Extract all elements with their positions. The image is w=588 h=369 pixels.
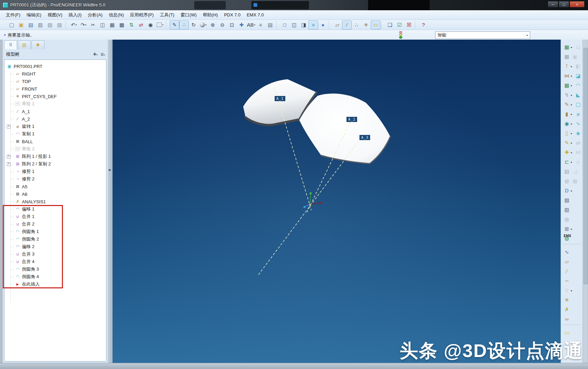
emx-database-doc-flyout[interactable]: D: [563, 188, 571, 194]
revolve-tool[interactable]: ⌀: [574, 111, 582, 117]
emx-bom-table-button[interactable]: ▤: [563, 168, 571, 175]
hidden-line-button[interactable]: ◫ ▾: [289, 20, 299, 29]
link-button[interactable]: ∞: [563, 316, 571, 322]
tree-item[interactable]: + ▱ RIGHT: [4, 70, 106, 78]
minimize-button[interactable]: ─: [548, 1, 558, 8]
sketch-display-toggle[interactable]: ✎ ▾: [170, 20, 179, 29]
tab-model-tree[interactable]: ⠿: [4, 40, 17, 49]
merge-tool[interactable]: ∪: [574, 159, 582, 165]
tree-item[interactable]: + ◔ 修剪 2: [4, 175, 106, 183]
emx-plate-tool-flyout[interactable]: ▦: [563, 82, 571, 88]
menu-window[interactable]: 窗口(W): [178, 11, 200, 19]
emx-probe-tool-button[interactable]: ◎: [563, 178, 571, 184]
flyout-arrow-icon[interactable]: ▸: [571, 132, 574, 135]
regenerate-button[interactable]: ⇅ ▾: [127, 20, 136, 29]
drawing-table-button[interactable]: ▨: [563, 197, 571, 203]
right-scrollbar[interactable]: [583, 40, 588, 363]
panel-splitter[interactable]: ◀: [108, 40, 113, 363]
flyout-arrow-icon[interactable]: ▸: [571, 289, 574, 292]
print-setup-button[interactable]: ▧ ▾: [45, 20, 55, 29]
tree-item[interactable]: + ◠ 倒圆角 4: [4, 273, 106, 281]
csys-display-toggle[interactable]: ✳ ▾: [361, 20, 371, 29]
collapse-arrow-icon[interactable]: ◀: [108, 168, 110, 172]
context-help-button[interactable]: ? ▾: [419, 20, 428, 29]
plane-display-toggle[interactable]: ▱ ▾: [332, 20, 342, 29]
curve-button[interactable]: ∼: [563, 278, 571, 284]
menu-emx[interactable]: EMX 7.0: [244, 11, 267, 19]
point-display-toggle[interactable]: ∴ ▾: [352, 20, 361, 29]
close-window-button[interactable]: ☒ ▾: [404, 20, 414, 29]
emx-pin-tool-flyout[interactable]: ⊺: [563, 63, 571, 69]
tree-item[interactable]: + ⊠ A6: [4, 190, 106, 198]
flyout-arrow-icon[interactable]: ▸: [571, 189, 574, 192]
tree-item[interactable]: + ◠ 倒圆角 2: [4, 235, 106, 243]
shell-tool[interactable]: ▣: [571, 54, 579, 60]
send-link-button[interactable]: ▨ ▾: [55, 20, 64, 29]
tree-item[interactable]: + ◠ 草绘 2: [4, 145, 106, 153]
new-window-button[interactable]: ❏ ▾: [385, 20, 395, 29]
chamfer-tool[interactable]: ◣: [574, 92, 582, 98]
tree-item[interactable]: + ∪ 合并 2: [4, 220, 106, 228]
tab-favorites[interactable]: ✱: [31, 40, 44, 49]
saved-views-button[interactable]: AB ▾: [246, 20, 256, 29]
tree-item[interactable]: + ◠ 复制 1: [4, 130, 106, 138]
flyout-arrow-icon[interactable]: ▸: [571, 84, 574, 87]
surface-trim-tool[interactable]: ◪: [574, 73, 582, 79]
corner-tool[interactable]: ◿: [571, 168, 579, 175]
tree-item[interactable]: + ◠ 草绘 1: [4, 100, 106, 108]
flyout-arrow-icon[interactable]: ▸: [571, 113, 574, 116]
datum-axis-button[interactable]: ∕: [563, 268, 571, 274]
sim-view-button[interactable]: ◎: [563, 216, 571, 222]
flyout-arrow-icon[interactable]: ▸: [571, 161, 574, 164]
flyout-arrow-icon[interactable]: ▸: [571, 228, 574, 231]
tree-item[interactable]: + ⊠ A5: [4, 183, 106, 190]
extrude-tool[interactable]: ◧: [574, 63, 582, 69]
emx-mold-base-flyout[interactable]: ▦: [563, 44, 571, 50]
vertex-snap-toggle[interactable]: ∴ ▾: [179, 20, 189, 29]
title-bar[interactable]: PRT0001 (活动的) - Pro/ENGINEER Wildfire 5.…: [0, 0, 588, 10]
tree-item[interactable]: + ⊠ BALL: [4, 138, 106, 145]
menu-file[interactable]: 文件(F): [3, 11, 24, 19]
tree-settings-button[interactable]: ✚▾: [92, 51, 99, 57]
tree-item[interactable]: + ∪ 合并 1: [4, 213, 106, 220]
emx-engrave-tool-flyout[interactable]: ✚: [563, 149, 571, 155]
menu-view[interactable]: 视图(V): [44, 11, 65, 19]
tree-item[interactable]: + ⊞ 阵列 1 / 投影 1: [4, 153, 106, 160]
emx-sketch-tool-flyout[interactable]: ✎: [563, 140, 571, 146]
tree-item[interactable]: + ∕ A_2: [4, 115, 106, 123]
custom-regenerate-button[interactable]: ⇄ ▾: [136, 20, 146, 29]
cut-button[interactable]: ✂ ▾: [88, 20, 98, 29]
annotation-button[interactable]: ▭: [563, 330, 571, 336]
expand-plus-icon[interactable]: +: [7, 155, 11, 159]
maximize-button[interactable]: □: [559, 1, 569, 8]
emx-screw-tool-flyout[interactable]: ⋈: [563, 73, 571, 79]
tree-item[interactable]: + ◠ 偏移 1: [4, 205, 106, 213]
refit-button[interactable]: ⊡ ▾: [227, 20, 237, 29]
mold-layout-button[interactable]: ▥: [563, 207, 571, 213]
emx-driver-tool-flyout[interactable]: ↯: [563, 92, 571, 98]
emx-cylinder-tool-flyout[interactable]: ▯: [563, 130, 571, 136]
tree-item[interactable]: + ▣ PRT0001.PRT: [4, 63, 106, 70]
new-file-button[interactable]: ▢ ▾: [7, 20, 16, 29]
tree-item[interactable]: + ◠ 倒圆角 1: [4, 228, 106, 235]
flyout-arrow-icon[interactable]: ▸: [571, 94, 574, 97]
expand-plus-icon[interactable]: +: [7, 125, 11, 128]
no-hidden-button[interactable]: ◨ ▾: [299, 20, 309, 29]
paste-special-button[interactable]: ▩ ▾: [117, 20, 127, 29]
flyout-arrow-icon[interactable]: ▸: [571, 46, 574, 49]
tab-folder-browser[interactable]: ▤: [18, 40, 31, 49]
spin-center-toggle[interactable]: ● ▾: [318, 20, 328, 29]
menu-applications[interactable]: 应用程序(P): [127, 11, 157, 19]
activate-window-button[interactable]: ☑ ▾: [395, 20, 404, 29]
round-tool[interactable]: ◠: [574, 82, 582, 88]
analysis-button[interactable]: ✗: [563, 306, 571, 313]
measure-button[interactable]: ⊞: [563, 226, 571, 232]
tree-item[interactable]: + ▱ TOP: [4, 78, 106, 85]
orient-mode-button[interactable]: ↻ ▾: [189, 20, 198, 29]
reorient-button[interactable]: ✚ ▾: [237, 20, 246, 29]
emx-mold-cavity-flyout[interactable]: ▦: [563, 54, 571, 60]
csys-button[interactable]: ✳: [563, 297, 571, 303]
close-button[interactable]: ×: [570, 1, 585, 8]
save-file-button[interactable]: ▤ ▾: [26, 20, 36, 29]
sweep-tool[interactable]: ∿: [574, 121, 582, 127]
